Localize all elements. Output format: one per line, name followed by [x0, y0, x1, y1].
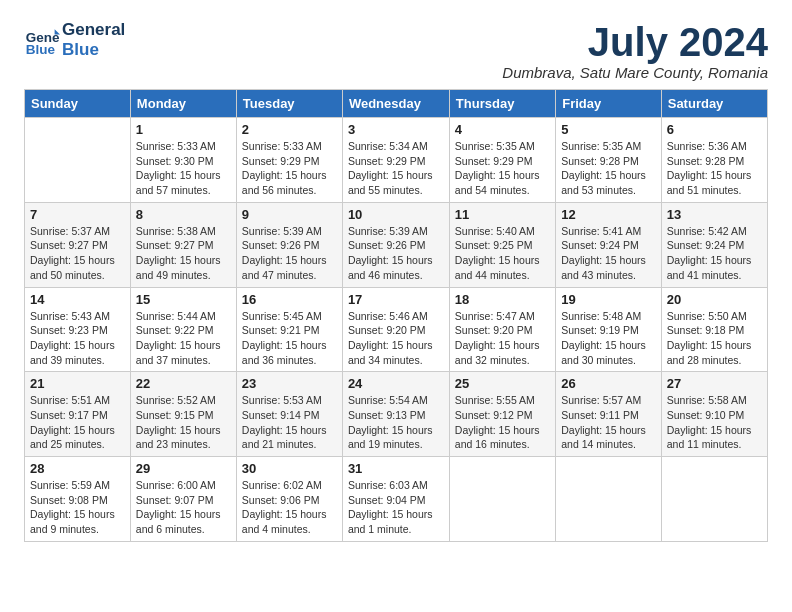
calendar-cell: 25Sunrise: 5:55 AMSunset: 9:12 PMDayligh… — [449, 372, 555, 457]
day-detail: Sunrise: 5:46 AMSunset: 9:20 PMDaylight:… — [348, 309, 444, 368]
day-number: 5 — [561, 122, 656, 137]
day-detail: Sunrise: 5:55 AMSunset: 9:12 PMDaylight:… — [455, 393, 550, 452]
day-number: 27 — [667, 376, 762, 391]
day-detail: Sunrise: 5:53 AMSunset: 9:14 PMDaylight:… — [242, 393, 337, 452]
calendar-cell: 27Sunrise: 5:58 AMSunset: 9:10 PMDayligh… — [661, 372, 767, 457]
calendar-cell: 21Sunrise: 5:51 AMSunset: 9:17 PMDayligh… — [25, 372, 131, 457]
day-number: 19 — [561, 292, 656, 307]
calendar-cell: 28Sunrise: 5:59 AMSunset: 9:08 PMDayligh… — [25, 457, 131, 542]
day-detail: Sunrise: 6:02 AMSunset: 9:06 PMDaylight:… — [242, 478, 337, 537]
calendar-week-3: 14Sunrise: 5:43 AMSunset: 9:23 PMDayligh… — [25, 287, 768, 372]
day-number: 25 — [455, 376, 550, 391]
day-detail: Sunrise: 5:54 AMSunset: 9:13 PMDaylight:… — [348, 393, 444, 452]
day-detail: Sunrise: 5:41 AMSunset: 9:24 PMDaylight:… — [561, 224, 656, 283]
logo: General Blue General Blue — [24, 20, 125, 59]
day-number: 12 — [561, 207, 656, 222]
calendar-cell: 3Sunrise: 5:34 AMSunset: 9:29 PMDaylight… — [342, 118, 449, 203]
calendar-title: July 2024 — [502, 20, 768, 64]
day-number: 31 — [348, 461, 444, 476]
calendar-cell: 6Sunrise: 5:36 AMSunset: 9:28 PMDaylight… — [661, 118, 767, 203]
calendar-cell — [25, 118, 131, 203]
day-detail: Sunrise: 5:45 AMSunset: 9:21 PMDaylight:… — [242, 309, 337, 368]
day-number: 17 — [348, 292, 444, 307]
day-detail: Sunrise: 5:35 AMSunset: 9:28 PMDaylight:… — [561, 139, 656, 198]
calendar-cell — [556, 457, 662, 542]
calendar-subtitle: Dumbrava, Satu Mare County, Romania — [502, 64, 768, 81]
calendar-week-5: 28Sunrise: 5:59 AMSunset: 9:08 PMDayligh… — [25, 457, 768, 542]
calendar-cell: 20Sunrise: 5:50 AMSunset: 9:18 PMDayligh… — [661, 287, 767, 372]
logo-icon: General Blue — [24, 22, 60, 58]
calendar-cell: 11Sunrise: 5:40 AMSunset: 9:25 PMDayligh… — [449, 202, 555, 287]
day-detail: Sunrise: 5:39 AMSunset: 9:26 PMDaylight:… — [348, 224, 444, 283]
calendar-week-2: 7Sunrise: 5:37 AMSunset: 9:27 PMDaylight… — [25, 202, 768, 287]
day-header-tuesday: Tuesday — [236, 90, 342, 118]
day-detail: Sunrise: 5:51 AMSunset: 9:17 PMDaylight:… — [30, 393, 125, 452]
day-number: 2 — [242, 122, 337, 137]
day-number: 22 — [136, 376, 231, 391]
day-number: 18 — [455, 292, 550, 307]
calendar-cell: 4Sunrise: 5:35 AMSunset: 9:29 PMDaylight… — [449, 118, 555, 203]
day-number: 15 — [136, 292, 231, 307]
calendar-cell: 2Sunrise: 5:33 AMSunset: 9:29 PMDaylight… — [236, 118, 342, 203]
day-detail: Sunrise: 5:47 AMSunset: 9:20 PMDaylight:… — [455, 309, 550, 368]
day-detail: Sunrise: 5:50 AMSunset: 9:18 PMDaylight:… — [667, 309, 762, 368]
day-number: 24 — [348, 376, 444, 391]
calendar-week-1: 1Sunrise: 5:33 AMSunset: 9:30 PMDaylight… — [25, 118, 768, 203]
calendar-cell: 31Sunrise: 6:03 AMSunset: 9:04 PMDayligh… — [342, 457, 449, 542]
day-detail: Sunrise: 5:36 AMSunset: 9:28 PMDaylight:… — [667, 139, 762, 198]
day-number: 8 — [136, 207, 231, 222]
day-detail: Sunrise: 5:57 AMSunset: 9:11 PMDaylight:… — [561, 393, 656, 452]
title-block: July 2024 Dumbrava, Satu Mare County, Ro… — [502, 20, 768, 81]
calendar-cell: 17Sunrise: 5:46 AMSunset: 9:20 PMDayligh… — [342, 287, 449, 372]
day-detail: Sunrise: 5:44 AMSunset: 9:22 PMDaylight:… — [136, 309, 231, 368]
calendar-header-row: SundayMondayTuesdayWednesdayThursdayFrid… — [25, 90, 768, 118]
day-number: 28 — [30, 461, 125, 476]
day-number: 13 — [667, 207, 762, 222]
logo-blue: Blue — [62, 40, 125, 60]
day-number: 21 — [30, 376, 125, 391]
day-header-monday: Monday — [130, 90, 236, 118]
day-detail: Sunrise: 6:00 AMSunset: 9:07 PMDaylight:… — [136, 478, 231, 537]
day-header-friday: Friday — [556, 90, 662, 118]
calendar-cell: 19Sunrise: 5:48 AMSunset: 9:19 PMDayligh… — [556, 287, 662, 372]
calendar-cell: 29Sunrise: 6:00 AMSunset: 9:07 PMDayligh… — [130, 457, 236, 542]
calendar-cell: 15Sunrise: 5:44 AMSunset: 9:22 PMDayligh… — [130, 287, 236, 372]
day-detail: Sunrise: 5:43 AMSunset: 9:23 PMDaylight:… — [30, 309, 125, 368]
day-detail: Sunrise: 5:39 AMSunset: 9:26 PMDaylight:… — [242, 224, 337, 283]
day-number: 11 — [455, 207, 550, 222]
calendar-cell: 8Sunrise: 5:38 AMSunset: 9:27 PMDaylight… — [130, 202, 236, 287]
day-detail: Sunrise: 5:33 AMSunset: 9:30 PMDaylight:… — [136, 139, 231, 198]
day-number: 20 — [667, 292, 762, 307]
calendar-cell: 7Sunrise: 5:37 AMSunset: 9:27 PMDaylight… — [25, 202, 131, 287]
day-detail: Sunrise: 5:33 AMSunset: 9:29 PMDaylight:… — [242, 139, 337, 198]
day-number: 1 — [136, 122, 231, 137]
calendar-cell: 23Sunrise: 5:53 AMSunset: 9:14 PMDayligh… — [236, 372, 342, 457]
day-header-saturday: Saturday — [661, 90, 767, 118]
calendar-cell: 16Sunrise: 5:45 AMSunset: 9:21 PMDayligh… — [236, 287, 342, 372]
calendar-cell: 5Sunrise: 5:35 AMSunset: 9:28 PMDaylight… — [556, 118, 662, 203]
calendar-cell: 14Sunrise: 5:43 AMSunset: 9:23 PMDayligh… — [25, 287, 131, 372]
calendar-cell: 9Sunrise: 5:39 AMSunset: 9:26 PMDaylight… — [236, 202, 342, 287]
svg-text:Blue: Blue — [26, 42, 56, 57]
day-number: 4 — [455, 122, 550, 137]
calendar-week-4: 21Sunrise: 5:51 AMSunset: 9:17 PMDayligh… — [25, 372, 768, 457]
day-number: 16 — [242, 292, 337, 307]
calendar-table: SundayMondayTuesdayWednesdayThursdayFrid… — [24, 89, 768, 542]
day-detail: Sunrise: 5:34 AMSunset: 9:29 PMDaylight:… — [348, 139, 444, 198]
day-number: 7 — [30, 207, 125, 222]
calendar-cell — [661, 457, 767, 542]
day-detail: Sunrise: 6:03 AMSunset: 9:04 PMDaylight:… — [348, 478, 444, 537]
day-detail: Sunrise: 5:42 AMSunset: 9:24 PMDaylight:… — [667, 224, 762, 283]
calendar-cell: 30Sunrise: 6:02 AMSunset: 9:06 PMDayligh… — [236, 457, 342, 542]
day-detail: Sunrise: 5:58 AMSunset: 9:10 PMDaylight:… — [667, 393, 762, 452]
calendar-cell: 13Sunrise: 5:42 AMSunset: 9:24 PMDayligh… — [661, 202, 767, 287]
calendar-cell: 22Sunrise: 5:52 AMSunset: 9:15 PMDayligh… — [130, 372, 236, 457]
calendar-cell: 10Sunrise: 5:39 AMSunset: 9:26 PMDayligh… — [342, 202, 449, 287]
day-detail: Sunrise: 5:40 AMSunset: 9:25 PMDaylight:… — [455, 224, 550, 283]
day-number: 23 — [242, 376, 337, 391]
day-number: 6 — [667, 122, 762, 137]
day-detail: Sunrise: 5:35 AMSunset: 9:29 PMDaylight:… — [455, 139, 550, 198]
calendar-cell: 24Sunrise: 5:54 AMSunset: 9:13 PMDayligh… — [342, 372, 449, 457]
day-number: 3 — [348, 122, 444, 137]
day-number: 14 — [30, 292, 125, 307]
